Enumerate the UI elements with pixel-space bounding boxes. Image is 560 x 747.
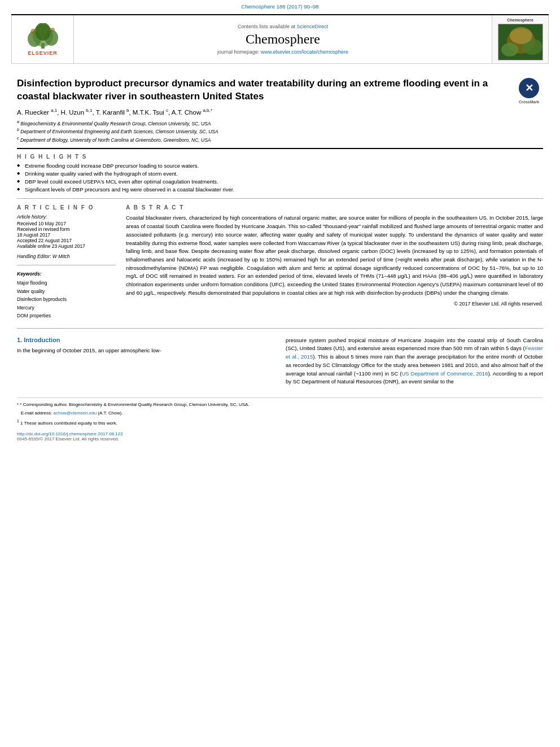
article-info-abstract: A R T I C L E I N F O Article history: R…	[17, 204, 543, 320]
email-link[interactable]: achow@clemson.edu	[53, 410, 97, 416]
crossmark-text: CrossMark	[519, 99, 539, 104]
introduction-section: 1. Introduction In the beginning of Octo…	[17, 337, 543, 386]
doi-link[interactable]: http://dx.doi.org/10.1016/j.chemosphere.…	[17, 431, 123, 436]
highlights-list: Extreme flooding could increase DBP prec…	[17, 163, 543, 193]
handling-editor: Handling Editor: W Mitch	[17, 254, 116, 259]
authors-line: A. Ruecker a,1, H. Uzun b,1, T. Karanfil…	[17, 108, 543, 116]
article-history: Article history: Received 10 May 2017 Re…	[17, 214, 116, 249]
intro-text-left: In the beginning of October 2015, an upp…	[17, 347, 274, 355]
keyword-3: Disinfection byproducts	[17, 295, 116, 303]
highlight-item-4: Significant levels of DBP precursors and…	[17, 186, 543, 193]
revised-label: Received in revised form	[17, 226, 116, 232]
crossmark-badge[interactable]: ✕ CrossMark	[515, 77, 543, 106]
journal-url-line: journal homepage: www.elsevier.com/locat…	[217, 49, 348, 55]
intro-col-right: pressure system pushed tropical moisture…	[286, 337, 543, 386]
affiliations: a Biogeochemistry & Environmental Qualit…	[17, 119, 543, 144]
svg-point-9	[501, 43, 518, 56]
corresponding-author-note: * * Corresponding author. Biogeochemistr…	[17, 401, 543, 408]
email-note: E-mail address: achow@clemson.edu (A.T. …	[17, 410, 543, 417]
keyword-5: DOM properties	[17, 312, 116, 320]
journal-homepage-link[interactable]: www.elsevier.com/locate/chemosphere	[261, 49, 348, 55]
affiliation-a: Biogeochemistry & Environmental Quality …	[20, 121, 211, 126]
highlights-divider	[17, 198, 543, 199]
crossmark-circle: ✕	[519, 78, 539, 98]
article-title: Disinfection byproduct precursor dynamic…	[17, 77, 543, 103]
svg-point-5	[30, 29, 36, 34]
info-divider	[17, 265, 116, 265]
main-content: Disinfection byproduct precursor dynamic…	[0, 64, 560, 447]
crossmark-icon: ✕	[525, 81, 533, 95]
journal-reference-bar: Chemosphere 188 (2017) 90–98	[0, 0, 560, 12]
keyword-4: Mercury	[17, 304, 116, 312]
issn-line: 0045-6535/© 2017 Elsevier Ltd. All right…	[17, 436, 543, 442]
highlight-item-3: DBP level could exceed USEPA's MCL even …	[17, 178, 543, 185]
received-date: Received 10 May 2017	[17, 221, 116, 226]
intro-text-right: pressure system pushed tropical moisture…	[286, 337, 543, 386]
journal-name: Chemosphere	[246, 32, 320, 47]
cover-label: Chemosphere	[507, 18, 533, 22]
abstract-divider	[17, 328, 543, 329]
keywords-label: Keywords:	[17, 271, 116, 277]
available-date: Available online 23 August 2017	[17, 243, 116, 249]
intro-col-left: 1. Introduction In the beginning of Octo…	[17, 337, 274, 386]
title-text: Disinfection byproduct precursor dynamic…	[17, 78, 488, 102]
elsevier-wordmark: ELSEVIER	[28, 50, 58, 56]
keyword-1: Major flooding	[17, 279, 116, 287]
history-label: Article history:	[17, 214, 116, 220]
journal-header: ELSEVIER Contents lists available at Sci…	[11, 15, 549, 64]
highlight-item-2: Drinking water quality varied with the h…	[17, 171, 543, 177]
cover-image	[498, 24, 543, 60]
accepted-date: Accepted 22 August 2017	[17, 238, 116, 243]
elsevier-logo: ELSEVIER	[12, 15, 74, 63]
svg-point-11	[510, 27, 532, 44]
sciencedirect-link[interactable]: ScienceDirect	[297, 24, 329, 29]
abstract-text: Coastal blackwater rivers, characterized…	[126, 214, 543, 297]
abstract-title: A B S T R A C T	[126, 204, 543, 211]
svg-point-4	[35, 23, 51, 41]
journal-ref: Chemosphere 188 (2017) 90–98	[241, 3, 318, 10]
article-info-col: A R T I C L E I N F O Article history: R…	[17, 204, 116, 320]
equal-contribution-note: 1 1 These authors contributed equally to…	[17, 418, 543, 427]
journal-center: Contents lists available at ScienceDirec…	[74, 15, 492, 63]
title-divider	[17, 148, 543, 149]
journal-cover: Chemosphere	[492, 15, 548, 63]
affiliation-b: Department of Environmental Engineering …	[20, 129, 218, 134]
page: Chemosphere 188 (2017) 90–98 ELSEVIER	[0, 0, 560, 747]
revised-date: 18 August 2017	[17, 232, 116, 238]
intro-two-col: 1. Introduction In the beginning of Octo…	[17, 337, 543, 386]
sciencedirect-line: Contents lists available at ScienceDirec…	[238, 24, 328, 29]
highlights-title: H I G H L I G H T S	[17, 154, 543, 160]
ref-usdc[interactable]: US Department of Commerce, 2016	[401, 370, 488, 377]
page-footer: * * Corresponding author. Biogeochemistr…	[17, 397, 543, 442]
affiliation-c: Department of Biology, University of Nor…	[20, 137, 211, 143]
highlights-section: H I G H L I G H T S Extreme flooding cou…	[17, 154, 543, 193]
svg-point-6	[50, 28, 55, 32]
highlight-item-1: Extreme flooding could increase DBP prec…	[17, 163, 543, 169]
article-info-title: A R T I C L E I N F O	[17, 204, 116, 211]
cover-svg	[498, 24, 543, 60]
keyword-2: Water quality	[17, 287, 116, 295]
abstract-col: A B S T R A C T Coastal blackwater river…	[126, 204, 543, 320]
ref-feaster[interactable]: Feaster et al., 2015	[286, 345, 543, 360]
copyright-line: © 2017 Elsevier Ltd. All rights reserved…	[126, 301, 543, 307]
intro-heading: 1. Introduction	[17, 337, 274, 343]
elsevier-tree-icon	[23, 23, 63, 49]
keywords-list: Major flooding Water quality Disinfectio…	[17, 279, 116, 320]
